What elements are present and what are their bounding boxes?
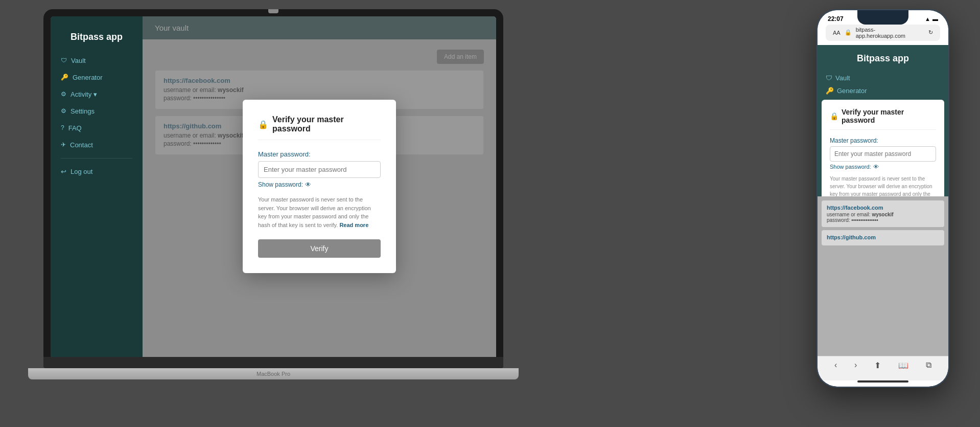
activity-icon: ⚙ <box>61 91 66 98</box>
phone-bottom-bar: ‹ › ⬆ 📖 ⧉ <box>818 356 948 380</box>
battery-icon: ▬ <box>932 16 938 22</box>
modal-info-text: Your master password is never sent to th… <box>258 195 381 229</box>
contact-icon: ✈ <box>61 141 66 148</box>
sidebar-activity-label: Activity ▾ <box>71 91 97 98</box>
sidebar-contact-label: Contact <box>70 141 93 149</box>
phone-device: 22:07 ▲ ▬ AA 🔒 bitpass-app.herokuapp.com… <box>816 9 949 408</box>
bookmarks-button[interactable]: 📖 <box>898 361 908 370</box>
phone-nav: 🛡 Vault 🔑 Generator <box>818 72 948 97</box>
laptop-base: MacBook Pro <box>28 368 519 379</box>
modal-title: 🔒 Verify your master password <box>258 115 381 140</box>
sidebar-vault-label: Vault <box>71 57 86 64</box>
modal-overlay: 🔒 Verify your master password Master pas… <box>143 16 496 357</box>
phone-show-password-toggle[interactable]: Show password: 👁 <box>830 164 936 170</box>
phone-vault-url: https://facebook.com <box>827 205 939 211</box>
sidebar-divider <box>61 158 132 159</box>
phone-browser-bar[interactable]: AA 🔒 bitpass-app.herokuapp.com ↻ <box>826 25 940 41</box>
shield-icon: 🛡 <box>61 57 67 64</box>
sidebar-settings-label: Settings <box>71 107 95 115</box>
laptop-chin <box>43 357 503 368</box>
laptop-screen: Bitpass app 🛡 Vault 🔑 Generator ⚙ Activi… <box>51 16 496 357</box>
eye-icon: 👁 <box>873 164 879 170</box>
back-button[interactable]: ‹ <box>834 361 837 370</box>
sidebar-item-vault[interactable]: 🛡 Vault <box>51 53 143 69</box>
phone-verify-modal: 🔒 Verify your master password Master pas… <box>822 100 944 196</box>
sidebar-item-contact[interactable]: ✈ Contact <box>51 137 143 153</box>
verify-button[interactable]: Verify <box>258 239 381 258</box>
show-password-toggle[interactable]: Show password: 👁 <box>258 181 381 188</box>
lock-icon: 🔒 <box>845 29 852 36</box>
sidebar-nav: 🛡 Vault 🔑 Generator ⚙ Activity ▾ ⚙ Setti… <box>51 53 143 153</box>
phone-time: 22:07 <box>828 15 844 23</box>
shield-icon: 🛡 <box>826 74 832 82</box>
phone-status-icons: ▲ ▬ <box>925 16 938 22</box>
browser-bar-wrapper: AA 🔒 bitpass-app.herokuapp.com ↻ <box>818 25 948 45</box>
settings-icon: ⚙ <box>61 107 66 115</box>
phone-master-password-input[interactable] <box>830 146 936 162</box>
key-icon: 🔑 <box>61 74 68 81</box>
phone-modal-title: 🔒 Verify your master password <box>830 108 936 130</box>
lock-icon: 🔒 <box>258 120 268 129</box>
phone-modal-label: Master password: <box>830 137 936 144</box>
sidebar-logout-button[interactable]: ↩ Log out <box>51 164 143 179</box>
phone-vault-username: username or email: wysockif <box>827 212 939 217</box>
sidebar-item-faq[interactable]: ? FAQ <box>51 120 143 136</box>
laptop-screen-border: Bitpass app 🛡 Vault 🔑 Generator ⚙ Activi… <box>43 9 503 357</box>
main-content: Your vault Add an item https://facebook.… <box>143 16 496 357</box>
share-button[interactable]: ⬆ <box>874 361 881 370</box>
read-more-link[interactable]: Read more <box>339 222 368 228</box>
sidebar-item-activity[interactable]: ⚙ Activity ▾ <box>51 86 143 102</box>
list-item: https://github.com <box>822 230 944 245</box>
phone-app-title: Bitpass app <box>818 45 948 72</box>
faq-icon: ? <box>61 124 64 131</box>
eye-icon: 👁 <box>305 181 311 188</box>
laptop-camera <box>268 9 278 13</box>
phone-content: Bitpass app 🛡 Vault 🔑 Generator 🔒 <box>818 45 948 196</box>
modal-password-label: Master password: <box>258 150 381 158</box>
phone-url: bitpass-app.herokuapp.com <box>856 27 924 39</box>
macbook-label: MacBook Pro <box>256 371 290 377</box>
phone-vault-password: password: ••••••••••••••• <box>827 217 939 223</box>
master-password-input[interactable] <box>258 161 381 178</box>
list-item: https://facebook.com username or email: … <box>822 200 944 227</box>
forward-button[interactable]: › <box>854 361 857 370</box>
phone-nav-generator[interactable]: 🔑 Generator <box>826 85 940 97</box>
tabs-button[interactable]: ⧉ <box>926 361 931 370</box>
phone-vault-content: https://facebook.com username or email: … <box>818 196 948 356</box>
verify-password-modal: 🔒 Verify your master password Master pas… <box>243 100 396 273</box>
phone-notch <box>857 10 908 25</box>
lock-icon: 🔒 <box>830 112 838 120</box>
sidebar-item-generator[interactable]: 🔑 Generator <box>51 70 143 85</box>
sidebar-app-title: Bitpass app <box>51 27 143 53</box>
phone-vault-url: https://github.com <box>827 234 939 240</box>
sidebar-generator-label: Generator <box>73 74 103 81</box>
key-icon: 🔑 <box>826 87 834 95</box>
logout-label: Log out <box>71 168 92 175</box>
phone-modal-info: Your master password is never sent to th… <box>830 175 936 196</box>
phone-nav-vault[interactable]: 🛡 Vault <box>826 72 940 84</box>
aa-label: AA <box>833 30 841 36</box>
phone-body: 22:07 ▲ ▬ AA 🔒 bitpass-app.herokuapp.com… <box>816 9 949 388</box>
logout-icon: ↩ <box>61 168 66 175</box>
sidebar-item-settings[interactable]: ⚙ Settings <box>51 103 143 119</box>
laptop-device: Bitpass app 🛡 Vault 🔑 Generator ⚙ Activi… <box>31 9 516 418</box>
wifi-icon: ▲ <box>925 16 930 22</box>
phone-home-indicator <box>857 380 908 383</box>
sidebar: Bitpass app 🛡 Vault 🔑 Generator ⚙ Activi… <box>51 16 143 357</box>
refresh-icon[interactable]: ↻ <box>928 29 933 36</box>
sidebar-faq-label: FAQ <box>68 124 82 132</box>
phone-screen: 22:07 ▲ ▬ AA 🔒 bitpass-app.herokuapp.com… <box>818 10 948 387</box>
